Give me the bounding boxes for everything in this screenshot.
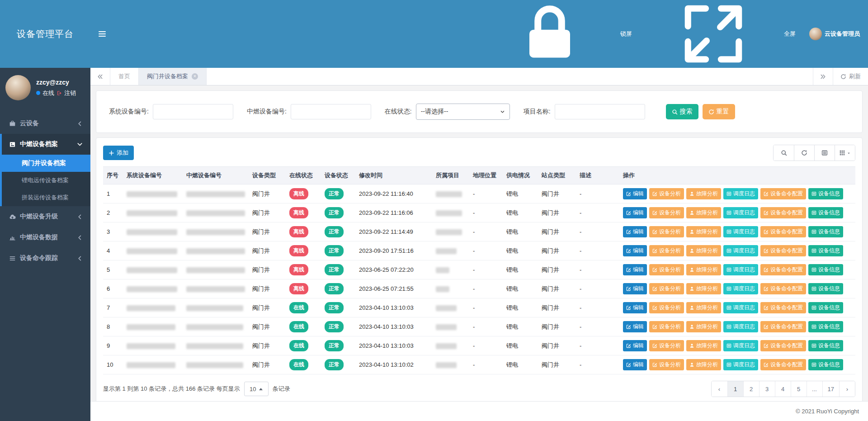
refresh-table-button[interactable] — [794, 145, 814, 161]
dispatch-log-button[interactable]: 调度日志 — [723, 188, 758, 199]
fault-analysis-button[interactable]: 故障分析 — [686, 207, 721, 218]
show-search-button[interactable] — [774, 145, 794, 161]
edit-button[interactable]: 编辑 — [623, 283, 647, 294]
page-size-select[interactable]: 10 — [244, 382, 269, 396]
fault-analysis-button[interactable]: 故障分析 — [686, 359, 721, 370]
edit-button[interactable]: 编辑 — [623, 264, 647, 275]
submenu-item-assembled-remote-archive[interactable]: 拼装远传设备档案 — [2, 189, 90, 206]
fault-analysis-button[interactable]: 故障分析 — [686, 188, 721, 199]
app-logo[interactable]: 设备管理平台 — [0, 0, 90, 68]
device-analysis-button[interactable]: 设备分析 — [649, 226, 684, 237]
dispatch-log-button[interactable]: 调度日志 — [723, 283, 758, 294]
toggle-detail-view-button[interactable] — [814, 145, 835, 161]
dispatch-log-button[interactable]: 调度日志 — [723, 359, 758, 370]
page-4[interactable]: 4 — [775, 381, 791, 397]
device-command-config-button[interactable]: 设备命令配置 — [760, 302, 806, 313]
add-button[interactable]: 添加 — [103, 146, 134, 160]
menu-item-device-data[interactable]: 中燃设备数据 — [0, 227, 90, 248]
fault-analysis-button[interactable]: 故障分析 — [686, 264, 721, 275]
edit-button[interactable]: 编辑 — [623, 226, 647, 237]
lock-screen-button[interactable]: 锁屏 — [482, 0, 632, 68]
tab-valve-well-archive[interactable]: 阀门井设备档案 × — [139, 68, 207, 85]
device-info-button[interactable]: 设备信息 — [808, 359, 843, 370]
menu-item-cloud-device[interactable]: 云设备 — [0, 113, 90, 134]
device-command-config-button[interactable]: 设备命令配置 — [760, 359, 806, 370]
device-command-config-button[interactable]: 设备命令配置 — [760, 264, 806, 275]
menu-item-device-archive[interactable]: 中燃设备档案 — [2, 134, 90, 155]
device-command-config-button[interactable]: 设备命令配置 — [760, 226, 806, 237]
page-17[interactable]: 17 — [822, 381, 839, 397]
dispatch-log-button[interactable]: 调度日志 — [723, 321, 758, 332]
page-prev[interactable]: ‹ — [712, 381, 727, 397]
device-info-button[interactable]: 设备信息 — [808, 207, 843, 218]
device-analysis-button[interactable]: 设备分析 — [649, 264, 684, 275]
user-menu[interactable]: 云设备管理员 — [809, 28, 860, 40]
edit-button[interactable]: 编辑 — [623, 340, 647, 351]
device-info-button[interactable]: 设备信息 — [808, 188, 843, 199]
device-command-config-button[interactable]: 设备命令配置 — [760, 340, 806, 351]
device-analysis-button[interactable]: 设备分析 — [649, 188, 684, 199]
search-button[interactable]: 搜索 — [666, 104, 698, 119]
tabs-scroll-left-button[interactable] — [90, 68, 110, 85]
edit-button[interactable]: 编辑 — [623, 188, 647, 199]
device-command-config-button[interactable]: 设备命令配置 — [760, 245, 806, 256]
submenu-item-valve-well-archive[interactable]: 阀门井设备档案 — [2, 155, 90, 172]
device-analysis-button[interactable]: 设备分析 — [649, 302, 684, 313]
fullscreen-button[interactable]: 全屏 — [646, 0, 796, 68]
dispatch-log-button[interactable]: 调度日志 — [723, 264, 758, 275]
zhongran-device-no-input[interactable] — [291, 104, 371, 119]
dispatch-log-button[interactable]: 调度日志 — [723, 302, 758, 313]
dispatch-log-button[interactable]: 调度日志 — [723, 340, 758, 351]
fault-analysis-button[interactable]: 故障分析 — [686, 245, 721, 256]
device-command-config-button[interactable]: 设备命令配置 — [760, 321, 806, 332]
device-analysis-button[interactable]: 设备分析 — [649, 340, 684, 351]
columns-button[interactable] — [835, 145, 855, 161]
edit-button[interactable]: 编辑 — [623, 321, 647, 332]
page-2[interactable]: 2 — [743, 381, 759, 397]
system-device-no-input[interactable] — [153, 104, 233, 119]
refresh-tab-button[interactable]: 刷新 — [833, 68, 868, 85]
dispatch-log-button[interactable]: 调度日志 — [723, 226, 758, 237]
edit-button[interactable]: 编辑 — [623, 302, 647, 313]
page-next[interactable]: › — [839, 381, 855, 397]
fault-analysis-button[interactable]: 故障分析 — [686, 340, 721, 351]
fault-analysis-button[interactable]: 故障分析 — [686, 226, 721, 237]
device-info-button[interactable]: 设备信息 — [808, 226, 843, 237]
reset-button[interactable]: 重置 — [703, 104, 735, 119]
device-analysis-button[interactable]: 设备分析 — [649, 245, 684, 256]
menu-item-device-upgrade[interactable]: 中燃设备升级 — [0, 206, 90, 227]
dispatch-log-button[interactable]: 调度日志 — [723, 207, 758, 218]
device-command-config-button[interactable]: 设备命令配置 — [760, 188, 806, 199]
device-info-button[interactable]: 设备信息 — [808, 283, 843, 294]
tabs-scroll-right-button[interactable] — [813, 68, 833, 85]
page-1[interactable]: 1 — [727, 381, 743, 397]
edit-button[interactable]: 编辑 — [623, 245, 647, 256]
fault-analysis-button[interactable]: 故障分析 — [686, 321, 721, 332]
page-5[interactable]: 5 — [791, 381, 807, 397]
device-info-button[interactable]: 设备信息 — [808, 302, 843, 313]
online-status-select[interactable]: --请选择-- — [416, 104, 510, 120]
fault-analysis-button[interactable]: 故障分析 — [686, 302, 721, 313]
close-icon[interactable]: × — [192, 73, 198, 80]
device-info-button[interactable]: 设备信息 — [808, 340, 843, 351]
device-analysis-button[interactable]: 设备分析 — [649, 321, 684, 332]
logout-link[interactable]: 注销 — [64, 89, 76, 97]
device-analysis-button[interactable]: 设备分析 — [649, 207, 684, 218]
device-analysis-button[interactable]: 设备分析 — [649, 283, 684, 294]
device-command-config-button[interactable]: 设备命令配置 — [760, 283, 806, 294]
device-info-button[interactable]: 设备信息 — [808, 245, 843, 256]
fault-analysis-button[interactable]: 故障分析 — [686, 283, 721, 294]
device-info-button[interactable]: 设备信息 — [808, 264, 843, 275]
project-name-input[interactable] — [555, 104, 645, 119]
dispatch-log-button[interactable]: 调度日志 — [723, 245, 758, 256]
submenu-item-lithium-remote-archive[interactable]: 锂电远传设备档案 — [2, 172, 90, 189]
menu-item-command-tracking[interactable]: 设备命令跟踪 — [0, 248, 90, 269]
device-info-button[interactable]: 设备信息 — [808, 321, 843, 332]
tab-home[interactable]: 首页 — [110, 68, 139, 85]
edit-button[interactable]: 编辑 — [623, 359, 647, 370]
sidebar-toggle-button[interactable] — [98, 28, 107, 40]
page-3[interactable]: 3 — [759, 381, 775, 397]
edit-button[interactable]: 编辑 — [623, 207, 647, 218]
page-ellipsis[interactable]: ... — [807, 381, 822, 397]
device-command-config-button[interactable]: 设备命令配置 — [760, 207, 806, 218]
